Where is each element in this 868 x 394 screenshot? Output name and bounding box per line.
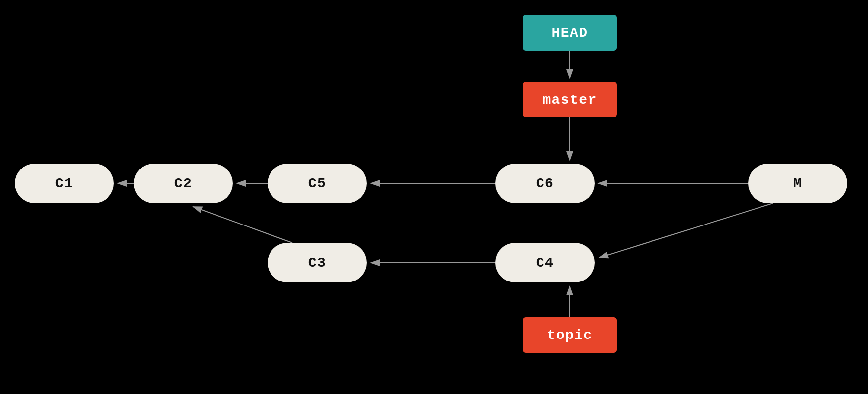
c3-label: C3 <box>308 255 326 271</box>
topic-node: topic <box>523 317 617 353</box>
arrows-layer <box>0 0 868 394</box>
c5-label: C5 <box>308 176 326 191</box>
c6-node: C6 <box>495 164 595 203</box>
head-label: HEAD <box>552 25 588 41</box>
c6-label: C6 <box>536 176 554 191</box>
c2-label: C2 <box>174 176 192 191</box>
master-label: master <box>542 92 597 108</box>
c1-label: C1 <box>55 176 73 191</box>
svg-line-8 <box>599 203 773 258</box>
head-node: HEAD <box>523 15 617 51</box>
c4-node: C4 <box>495 243 595 282</box>
topic-label: topic <box>547 328 592 343</box>
m-label: M <box>793 176 802 191</box>
c1-node: C1 <box>15 164 114 203</box>
c3-node: C3 <box>268 243 367 282</box>
m-node: M <box>748 164 847 203</box>
master-node: master <box>523 82 617 117</box>
c2-node: C2 <box>134 164 233 203</box>
svg-line-10 <box>193 207 292 243</box>
c4-label: C4 <box>536 255 554 271</box>
c5-node: C5 <box>268 164 367 203</box>
git-graph-diagram: HEAD master C1 C2 C5 C6 M C3 C4 topic <box>0 0 868 394</box>
